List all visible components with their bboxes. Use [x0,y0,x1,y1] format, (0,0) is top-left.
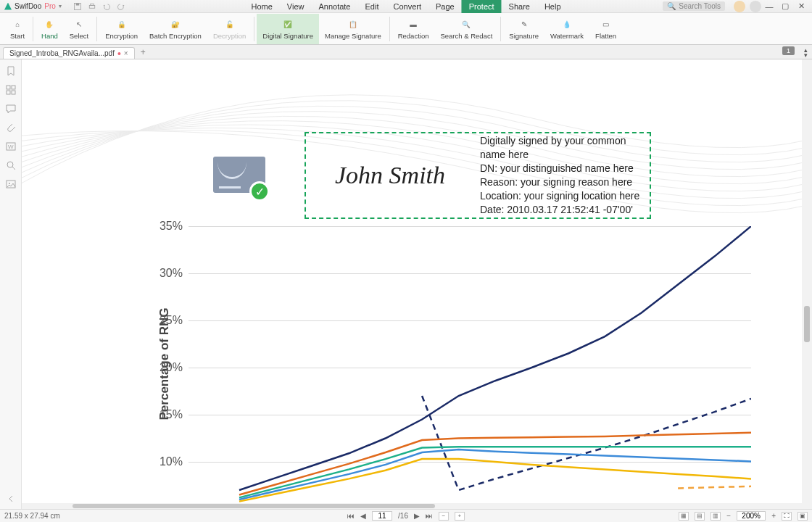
flatten-button[interactable]: ▭Flatten [589,14,622,44]
view-mode-2-button[interactable]: ▤ [695,512,705,521]
horizontal-scrollbar[interactable] [22,503,802,509]
vertical-scrollbar[interactable] [802,59,812,509]
search-redact-button[interactable]: 🔍Search & Redact [434,14,498,44]
page-plus-button[interactable]: + [455,512,465,521]
word-icon[interactable]: W [5,141,17,152]
view-mode-3-button[interactable]: ▥ [710,512,721,521]
svg-rect-3 [91,4,94,5]
find-icon[interactable] [5,160,17,171]
menu-convert[interactable]: Convert [386,0,428,13]
app-name-2: Pro [44,2,56,10]
manage-icon: 📋 [347,17,360,30]
manage-signature-button[interactable]: 📋Manage Signature [319,14,387,44]
menu-page[interactable]: Page [428,0,462,13]
ribbon-separator [33,17,33,41]
signature-name: John Smith [306,162,480,189]
close-button[interactable]: ✕ [793,1,809,12]
signature-metadata: Digitally signed by your common name her… [480,134,650,216]
ribbon-label: Redaction [398,32,429,40]
first-page-button[interactable]: ⏮ [347,512,355,520]
redact-icon: ▬ [407,17,420,30]
start-button[interactable]: ⌂Start [4,14,30,44]
encryption-button[interactable]: 🔒Encryption [99,14,144,44]
attachments-icon[interactable] [5,122,17,133]
bookmark-icon[interactable] [5,65,17,77]
menu-protect[interactable]: Protect [462,0,502,13]
app-logo-icon [4,3,12,10]
seal-icon: ✅ [281,17,294,30]
ribbon-label: Digital Signature [262,32,313,40]
digital-signature-button[interactable]: ✅Digital Signature [257,14,319,44]
scrollbar-thumb[interactable] [72,504,435,508]
user-buttons [734,1,761,12]
menu-share[interactable]: Share [502,0,537,13]
zoom-input[interactable] [737,511,766,521]
digital-signature-field[interactable]: ✓ John Smith Digitally signed by your co… [304,132,651,219]
select-button[interactable]: ↖Select [64,14,94,44]
zoom-in-button[interactable]: + [771,512,776,520]
window-controls: — ▢ ✕ [761,1,809,12]
ribbon-label: Flatten [595,32,616,40]
pen-icon: ✎ [518,17,531,30]
undo-icon[interactable] [102,2,111,11]
watermark-button[interactable]: 💧Watermark [544,14,589,44]
signature-line: Digitally signed by your common name her… [480,134,650,162]
menu-bar: HomeViewAnnotateEditConvertPageProtectSh… [244,0,568,13]
next-page-button[interactable]: ▶ [414,512,420,520]
sredact-icon: 🔍 [460,17,473,30]
menu-home[interactable]: Home [244,0,279,13]
scrollbar-thumb[interactable] [804,306,810,342]
user-icon[interactable] [750,1,761,12]
page-number-input[interactable] [372,511,392,521]
thumbnails-icon[interactable] [5,84,17,96]
menu-annotate[interactable]: Annotate [311,0,357,13]
save-icon[interactable] [73,2,82,11]
document-viewport[interactable]: ✓ John Smith Digitally signed by your co… [22,59,802,509]
signature-line: Date: 2010.03.17 21:52:41 -07'00' [480,203,650,217]
page-navigation: ⏮ ◀ /16 ▶ ⏭ − + [347,511,465,521]
fit-button[interactable]: ⛶ [782,512,792,521]
fullscreen-button[interactable]: ▣ [798,512,808,521]
maximize-button[interactable]: ▢ [777,1,793,12]
app-dropdown-icon[interactable]: ▾ [59,3,62,9]
cursor-icon: ↖ [72,17,86,30]
page-scroll-buttons[interactable]: ▴▾ [804,48,808,58]
menu-view[interactable]: View [280,0,312,13]
comments-icon[interactable] [5,103,17,115]
signature-button[interactable]: ✎Signature [503,14,544,44]
search-tools[interactable]: 🔍 Search Tools [663,1,725,11]
zoom-out-button[interactable]: − [726,512,731,520]
hand-button[interactable]: ✋Hand [36,14,64,44]
ribbon-label: Watermark [550,32,584,40]
app-title[interactable]: SwifDoo Pro ▾ [0,2,66,10]
ribbon-label: Manage Signature [325,32,381,40]
series-orange-dash [678,486,751,489]
ribbon-label: Search & Redact [440,32,492,40]
series-yellow [239,459,751,502]
y-tick-label: 15% [160,408,188,421]
print-icon[interactable] [88,2,96,11]
page-minus-button[interactable]: − [439,512,449,521]
collapse-sidebar-icon[interactable] [5,493,17,505]
minimize-button[interactable]: — [761,1,777,12]
image-icon[interactable] [5,178,17,190]
document-tab[interactable]: Signed_Introba_RNGAvaila...pdf • × [3,47,135,59]
menu-edit[interactable]: Edit [358,0,386,13]
prev-page-button[interactable]: ◀ [360,512,366,520]
y-tick-label: 35% [160,220,188,233]
menu-help[interactable]: Help [537,0,568,13]
svg-point-13 [9,183,10,184]
svg-rect-6 [7,91,10,94]
new-tab-button[interactable]: + [135,46,152,59]
redaction-button[interactable]: ▬Redaction [392,14,435,44]
ribbon-separator [500,17,501,41]
batch-encryption-button[interactable]: 🔐Batch Encryption [144,14,207,44]
cart-icon[interactable] [734,1,745,12]
view-mode-1-button[interactable]: ▦ [679,512,689,521]
y-tick-label: 25% [160,314,188,327]
last-page-button[interactable]: ⏭ [426,512,433,520]
chart: Percentage of RNG 10%15%20%25%30%35% [116,219,773,509]
tab-close-icon[interactable]: × [124,49,128,57]
redo-icon[interactable] [117,2,125,11]
tab-label: Signed_Introba_RNGAvaila...pdf [9,49,115,57]
